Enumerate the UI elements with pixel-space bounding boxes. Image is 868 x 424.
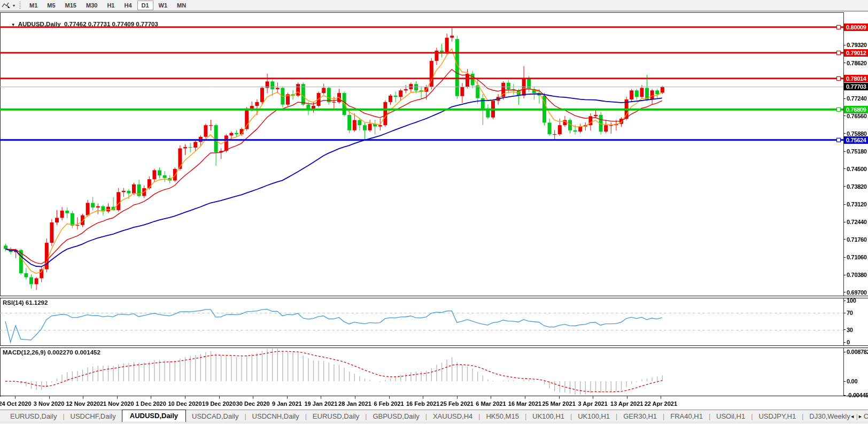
macd-indicator-label: MACD(12,26,9) 0.002270 0.001452 [3,349,100,356]
tab-usdjpy-h1[interactable]: USDJPY,H1 [753,411,802,422]
tab-xauusd-h4[interactable]: XAUUSD,H4 [427,411,478,422]
date-label: 24 Oct 2020 [0,400,34,407]
price-tick-label: 0.72440 [843,219,867,225]
price-tick-label: 0.73120 [843,201,867,207]
axis-tick-mark [843,98,846,99]
price-tick-label: 0.71060 [843,254,867,260]
date-label: 13 Apr 2021 [608,400,646,407]
date-label: 19 Dec 2020 [200,400,238,407]
date-label: 30 Dec 2020 [234,400,272,407]
axis-tick-mark [843,115,846,116]
date-label: 12 Nov 2020 [64,400,102,407]
price-tick-label: 0.76560 [843,113,867,119]
date-label: 21 Nov 2020 [98,400,136,407]
tab-usdchf-daily[interactable]: USDCHF,Daily [65,411,122,422]
price-tick-label: 0.71760 [843,236,867,243]
price-tick-label: 0.75180 [843,148,867,155]
axis-tick-mark [843,204,846,205]
tab-scroll-arrows[interactable]: ◄► [850,414,866,419]
axis-tick-mark [843,222,846,222]
chart-symbol-title: ▼AUDUSD,Daily 0.77462 0.77731 0.77409 0.… [4,14,158,34]
tab-gbpusd-daily[interactable]: GBPUSD,Daily [367,411,425,422]
date-label: 25 Mar 2021 [540,400,578,407]
tab-scroll-right-icon[interactable]: ► [858,414,866,419]
timeframe-button-w1[interactable]: W1 [154,1,172,10]
symbol-tab-bar: EURUSD,Daily|USDCHF,DailyAUDUSD,DailyUSD… [0,410,868,422]
date-label: 3 Nov 2020 [30,400,68,407]
symbol-name: AUDUSD,Daily [18,21,61,27]
timeframe-button-m30[interactable]: M30 [82,1,102,10]
timeframe-button-m1[interactable]: M1 [25,1,42,10]
tab-uk100-h1[interactable]: UK100,H1 [572,411,616,422]
date-label: 28 Jan 2021 [336,400,374,407]
tab-audusd-daily[interactable]: AUDUSD,Daily [122,410,186,422]
rsi-scale-label: 30 [843,327,853,333]
timeframe-button-h4[interactable]: H4 [120,1,136,10]
tab-hk50-m15[interactable]: HK50,M15 [480,411,524,422]
tab-usdcad-daily[interactable]: USDCAD,Daily [186,411,244,422]
chart-window: ▼AUDUSD,Daily 0.77462 0.77731 0.77409 0.… [0,11,868,410]
ohlc-values: 0.77462 0.77731 0.77409 0.77703 [64,21,158,27]
date-label: 16 Mar 2021 [506,400,544,407]
date-label: 25 Feb 2021 [438,400,476,407]
price-tick-label: 0.70380 [843,272,867,278]
chart-cursor-tool-icon[interactable] [0,1,13,10]
macd-scale-label: 0.00 [843,378,857,384]
window-divider [0,11,868,12]
axis-tick-mark [843,257,846,258]
tab-ger30-h1[interactable]: GER30,H1 [617,411,663,422]
price-tick-label: 0.78620 [843,60,867,66]
level-price-label[interactable]: 0.79012 [844,49,868,57]
date-label: 6 Feb 2021 [370,400,408,407]
tab-usoil-h1[interactable]: USOil,H1 [710,411,751,422]
bid-price-label: 0.77703 [844,83,868,90]
timeframe-button-d1[interactable]: D1 [137,1,153,10]
axis-tick-mark [843,151,846,152]
tab-fra40-h1[interactable]: FRA40,H1 [664,411,709,422]
chart-menu-marker-icon[interactable]: ▼ [11,22,15,27]
level-price-label[interactable]: 0.75624 [844,136,868,144]
tab-uk100-h1[interactable]: UK100,H1 [526,411,570,422]
date-label: 10 Dec 2020 [166,400,204,407]
date-label: 9 Jan 2021 [268,400,306,407]
date-label: 1 Dec 2020 [131,400,170,407]
price-tick-label: 0.74500 [843,166,867,172]
timeframe-button-m5[interactable]: M5 [43,1,59,10]
timeframe-button-m15[interactable]: M15 [61,1,81,10]
price-tick-label: 0.75880 [843,130,867,137]
axis-tick-mark [843,275,846,275]
rsi-scale-label: 100 [843,297,856,304]
date-label: 3 Apr 2021 [574,400,612,407]
axis-tick-mark [843,133,846,134]
macd-scale-label: -0.004451 [843,392,868,398]
tab-scroll-left-icon[interactable]: ◄ [850,414,858,419]
macd-scale-label: 0.008782 [843,349,868,355]
axis-tick-mark [843,292,846,292]
date-label: 22 Apr 2021 [641,400,680,407]
rsi-scale-label: 70 [843,310,853,316]
date-label: 16 Feb 2021 [404,400,442,407]
chart-canvas[interactable] [0,12,843,410]
chart-bottom-border [0,396,868,396]
top-toolbar: ▾ M1M5M15M30H1H4D1W1MN [0,0,868,11]
rsi-scale-label: 0 [843,339,850,345]
chart-tool-dropdown-icon[interactable]: ▾ [13,3,15,8]
timeframe-buttons: M1M5M15M30H1H4D1W1MN [25,1,191,10]
timeframe-button-mn[interactable]: MN [173,1,190,10]
pane-splitter-macd[interactable] [0,345,868,348]
tab-usdcnh-daily[interactable]: USDCNH,Daily [246,411,305,422]
level-price-label[interactable]: 0.80009 [844,24,868,31]
tab-dj30-weekly[interactable]: DJ30,Weekly [803,411,856,422]
level-price-label[interactable]: 0.76809 [844,106,868,113]
level-price-label[interactable]: 0.78014 [844,75,868,82]
timeframe-button-h1[interactable]: H1 [103,1,119,10]
axis-tick-mark [843,239,846,240]
pane-splitter-rsi[interactable] [0,296,868,298]
axis-tick-mark [843,186,846,187]
tab-eurusd-daily[interactable]: EURUSD,Daily [4,411,63,422]
tab-eurusd-daily[interactable]: EURUSD,Daily [307,411,365,422]
axis-tick-mark [843,45,846,45]
axis-tick-mark [843,63,846,63]
status-bar [0,422,868,424]
price-tick-label: 0.77240 [843,95,867,102]
